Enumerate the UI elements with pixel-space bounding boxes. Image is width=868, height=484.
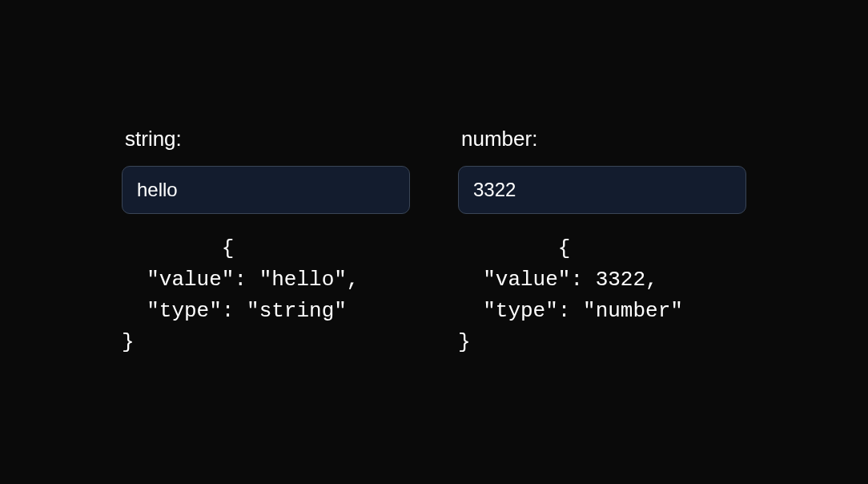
- string-input[interactable]: [122, 166, 410, 214]
- number-input[interactable]: [458, 166, 746, 214]
- number-column: number: { "value": 3322, "type": "number…: [458, 127, 746, 358]
- number-output: { "value": 3322, "type": "number" }: [458, 233, 746, 358]
- string-label: string:: [122, 127, 410, 151]
- number-label: number:: [458, 127, 746, 151]
- string-output: { "value": "hello", "type": "string" }: [122, 233, 410, 358]
- main-container: string: { "value": "hello", "type": "str…: [90, 127, 778, 358]
- string-column: string: { "value": "hello", "type": "str…: [122, 127, 410, 358]
